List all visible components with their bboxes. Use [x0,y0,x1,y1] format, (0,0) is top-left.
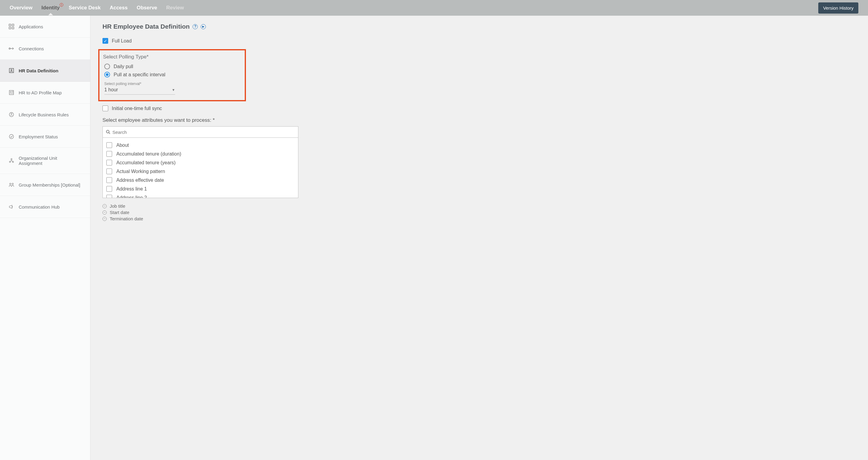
attributes-section-label: Select employee attributes you want to p… [102,117,856,123]
sidebar-item-label: Applications [19,24,43,29]
sidebar-item-connections[interactable]: Connections [0,38,90,60]
tab-identity[interactable]: Identity ! [41,1,60,15]
full-load-label: Full Load [112,38,132,44]
svg-rect-7 [9,90,13,95]
attribute-label: Actual Working pattern [116,169,165,174]
sidebar-item-employment-status[interactable]: Employment Status [0,126,90,148]
tab-service-desk[interactable]: Service Desk [69,1,101,15]
attribute-checkbox[interactable] [106,151,112,157]
play-icon[interactable]: ▶ [201,24,206,29]
attribute-checkbox[interactable] [106,195,112,198]
tab-label: Review [166,5,184,10]
attribute-row[interactable]: Actual Working pattern [106,167,294,176]
sidebar: Applications Connections HR Data Definit… [0,16,90,460]
svg-point-16 [9,161,10,162]
radio-label: Daily pull [114,64,133,69]
attribute-checkbox[interactable] [106,168,112,174]
attribute-row[interactable]: Accumulated tenure (duration) [106,150,294,158]
svg-rect-2 [9,27,11,29]
radio-label: Pull at a specific interval [114,72,165,78]
attribute-row[interactable]: About [106,141,294,150]
tab-observe[interactable]: Observe [137,1,157,15]
svg-point-13 [11,113,12,114]
tab-access[interactable]: Access [110,1,128,15]
attribute-label: About [116,143,129,148]
svg-point-14 [9,134,13,139]
chevron-down-icon: ▼ [172,88,175,92]
tab-overview[interactable]: Overview [10,1,33,15]
removed-item[interactable]: −Termination date [102,216,856,222]
polling-interval-label: Select polling interval* [104,82,241,86]
svg-line-21 [109,133,110,134]
top-nav: Overview Identity ! Service Desk Access … [0,0,868,16]
polling-interval-select[interactable]: 1 hour ▼ [104,86,175,95]
remove-icon: − [102,217,107,221]
svg-point-6 [11,69,12,70]
svg-point-17 [12,161,13,162]
sidebar-item-label: Organizational Unit Assignment [19,156,82,166]
svg-point-12 [9,113,13,117]
search-icon [106,130,111,134]
select-value: 1 hour [104,87,118,93]
sidebar-item-group-memberships[interactable]: Group Memberships [Optional] [0,174,90,196]
sidebar-item-label: Employment Status [19,134,58,139]
attribute-label: Address effective date [116,178,164,183]
megaphone-icon [8,204,14,210]
svg-point-19 [12,183,13,185]
group-icon [8,182,14,188]
hr-data-icon [8,67,14,73]
removed-item[interactable]: −Job title [102,203,856,209]
attribute-checkbox[interactable] [106,160,112,165]
page-title: HR Employee Data Definition ? ▶ [102,23,856,30]
attribute-checkbox[interactable] [106,186,112,192]
sidebar-item-lifecycle-rules[interactable]: Lifecycle Business Rules [0,104,90,126]
svg-point-8 [10,91,11,92]
sidebar-item-hr-data-definition[interactable]: HR Data Definition [0,60,90,82]
status-icon [8,133,14,140]
removed-item-label: Job title [110,204,125,209]
full-load-checkbox[interactable]: ✓ [102,38,108,44]
sidebar-item-label: Connections [19,46,44,51]
svg-point-15 [11,159,12,160]
attribute-label: Accumulated tenure (years) [116,160,176,165]
tab-label: Observe [137,5,157,10]
sidebar-item-communication-hub[interactable]: Communication Hub [0,196,90,218]
profile-map-icon [8,90,14,96]
initial-sync-row: Initial one-time full sync [102,105,856,111]
radio-specific-interval[interactable]: Pull at a specific interval [104,72,241,78]
tab-label: Service Desk [69,5,101,10]
connections-icon [8,45,14,52]
help-icon[interactable]: ? [193,24,198,29]
sidebar-item-org-unit[interactable]: Organizational Unit Assignment [0,148,90,174]
tab-review[interactable]: Review [166,1,184,15]
attribute-search[interactable] [102,126,299,138]
attribute-row[interactable]: Address line 2 [106,193,294,198]
attribute-search-input[interactable] [113,130,295,135]
svg-rect-0 [9,24,11,26]
attribute-checkbox[interactable] [106,177,112,183]
radio-icon [104,72,110,78]
polling-type-label: Select Polling Type* [103,54,241,60]
removed-item-label: Termination date [110,216,143,221]
attribute-row[interactable]: Address line 1 [106,184,294,193]
polling-type-highlight: Select Polling Type* Daily pull Pull at … [98,49,246,101]
svg-rect-3 [12,27,14,29]
radio-icon [104,64,110,69]
sidebar-item-hr-ad-profile-map[interactable]: HR to AD Profile Map [0,82,90,104]
attribute-row[interactable]: Accumulated tenure (years) [106,158,294,167]
initial-sync-checkbox[interactable] [102,105,108,111]
attribute-checkbox[interactable] [106,142,112,148]
lifecycle-icon [8,112,14,118]
sidebar-item-label: HR Data Definition [19,68,59,73]
attribute-list[interactable]: About Accumulated tenure (duration) Accu… [102,138,299,198]
initial-sync-label: Initial one-time full sync [112,106,162,111]
remove-icon: − [102,210,107,215]
attribute-row[interactable]: Address effective date [106,176,294,184]
version-history-button[interactable]: Version History [818,2,858,13]
attribute-label: Accumulated tenure (duration) [116,151,181,157]
sidebar-item-label: Lifecycle Business Rules [19,112,69,117]
tab-label: Identity [41,5,60,10]
removed-item[interactable]: −Start date [102,209,856,216]
radio-daily-pull[interactable]: Daily pull [104,64,241,69]
sidebar-item-applications[interactable]: Applications [0,16,90,38]
